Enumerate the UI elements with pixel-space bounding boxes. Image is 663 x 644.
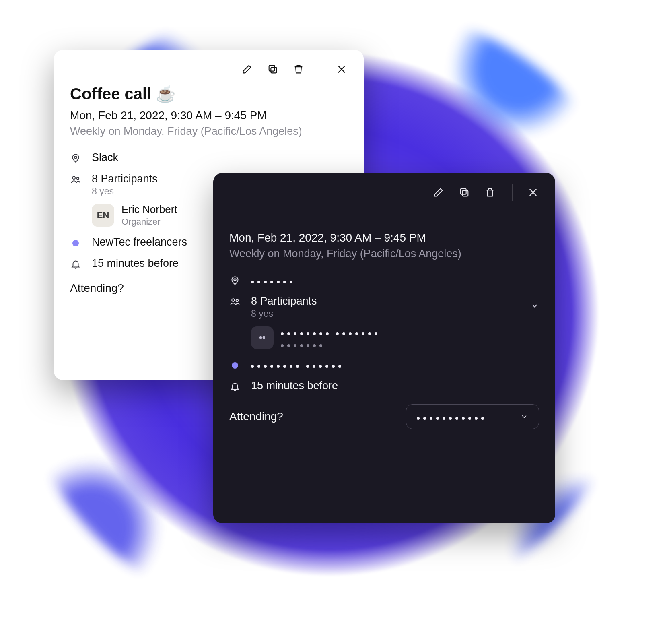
organizer-role bbox=[281, 339, 377, 349]
attending-label: Attending? bbox=[229, 410, 283, 423]
svg-rect-6 bbox=[461, 189, 466, 194]
event-recurrence: Weekly on Monday, Friday (Pacific/Los An… bbox=[229, 248, 539, 260]
organizer-avatar: EN bbox=[92, 204, 114, 227]
close-button[interactable] bbox=[527, 186, 539, 198]
location-row: Slack bbox=[70, 151, 348, 164]
delete-button[interactable] bbox=[292, 63, 305, 75]
chevron-down-icon bbox=[520, 413, 528, 421]
copy-button[interactable] bbox=[458, 186, 470, 198]
participants-icon bbox=[70, 173, 81, 185]
location-value: Slack bbox=[92, 151, 348, 164]
svg-rect-0 bbox=[271, 67, 276, 73]
chevron-down-icon bbox=[530, 295, 539, 313]
svg-point-8 bbox=[232, 299, 235, 301]
event-title: Coffee call ☕ bbox=[70, 85, 348, 103]
reminder-value: 15 minutes before bbox=[251, 380, 539, 392]
edit-button[interactable] bbox=[432, 186, 445, 198]
event-card-dark: Mon, Feb 21, 2022, 9:30 AM – 9:45 PM Wee… bbox=[213, 173, 555, 523]
participants-count: 8 Participants bbox=[251, 295, 377, 308]
location-value bbox=[251, 274, 539, 286]
location-icon bbox=[229, 274, 241, 286]
calendar-color-dot bbox=[72, 240, 79, 246]
close-button[interactable] bbox=[336, 63, 348, 75]
svg-rect-1 bbox=[269, 66, 275, 71]
participants-icon bbox=[229, 295, 241, 307]
organizer: •• bbox=[251, 326, 377, 349]
reminder-row: 15 minutes before bbox=[229, 380, 539, 392]
participants-yes: 8 yes bbox=[251, 308, 377, 319]
copy-button[interactable] bbox=[267, 63, 279, 75]
toolbar bbox=[70, 61, 348, 77]
calendar-color-dot bbox=[232, 362, 238, 369]
svg-point-2 bbox=[74, 156, 76, 158]
participants-row[interactable]: 8 Participants 8 yes •• bbox=[229, 295, 539, 349]
location-icon bbox=[70, 151, 81, 163]
svg-point-4 bbox=[77, 177, 79, 180]
toolbar-divider bbox=[512, 184, 513, 201]
organizer-name bbox=[281, 326, 377, 338]
toolbar bbox=[229, 184, 539, 200]
attending-label: Attending? bbox=[70, 282, 124, 295]
organizer-avatar: •• bbox=[251, 326, 274, 349]
rsvp-select[interactable] bbox=[406, 404, 539, 429]
event-datetime: Mon, Feb 21, 2022, 9:30 AM – 9:45 PM bbox=[229, 231, 539, 244]
event-datetime: Mon, Feb 21, 2022, 9:30 AM – 9:45 PM bbox=[70, 109, 348, 122]
edit-button[interactable] bbox=[241, 63, 253, 75]
svg-point-3 bbox=[72, 176, 75, 179]
calendar-color-icon bbox=[229, 358, 241, 369]
svg-rect-5 bbox=[462, 190, 468, 196]
attending-footer: Attending? bbox=[229, 404, 539, 429]
rsvp-value-redacted bbox=[417, 411, 484, 422]
event-title-text: Coffee call ☕ bbox=[70, 85, 176, 103]
calendar-color-icon bbox=[70, 236, 81, 246]
svg-point-9 bbox=[236, 299, 239, 302]
calendar-name bbox=[251, 358, 539, 371]
event-recurrence: Weekly on Monday, Friday (Pacific/Los An… bbox=[70, 125, 348, 138]
calendar-row bbox=[229, 358, 539, 371]
event-title-redacted bbox=[229, 208, 237, 226]
organizer-role: Organizer bbox=[121, 217, 177, 227]
organizer-name: Eric Norbert bbox=[121, 203, 177, 216]
toolbar-divider bbox=[321, 60, 321, 78]
bell-icon bbox=[229, 380, 241, 392]
location-redacted bbox=[251, 274, 292, 286]
location-row bbox=[229, 274, 539, 286]
bell-icon bbox=[70, 257, 81, 269]
svg-point-7 bbox=[234, 279, 236, 281]
delete-button[interactable] bbox=[484, 186, 496, 198]
event-title bbox=[229, 208, 539, 226]
